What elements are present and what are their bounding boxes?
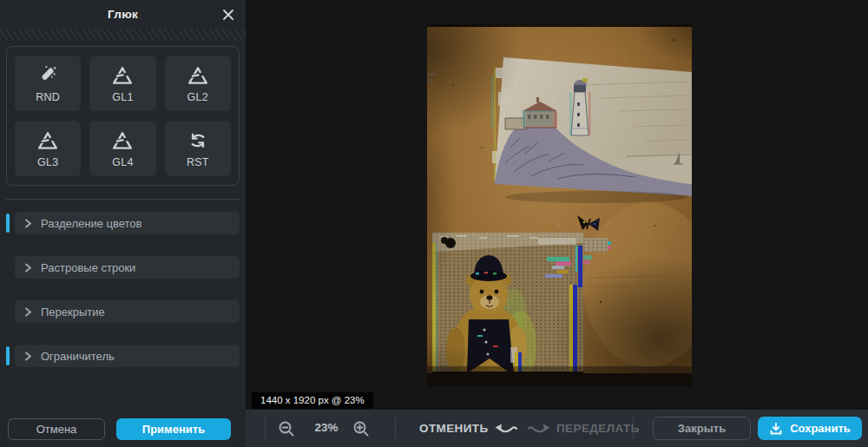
section-label: Ограничитель — [41, 350, 115, 363]
section-row-overlay[interactable]: Перекрытие — [15, 300, 240, 323]
image-status-readout: 1440 x 1920 px @ 23% — [252, 392, 373, 409]
redo-label: ПЕРЕДЕЛАТЬ — [556, 422, 640, 435]
magic-wand-icon — [36, 64, 59, 87]
glitch-triangle-icon — [111, 129, 134, 152]
section-overlay: Перекрытие — [6, 300, 240, 323]
glitch-editor-app: Глюк RND — [0, 0, 868, 447]
section-label: Перекрытие — [41, 306, 105, 319]
redo-arrow-icon — [528, 421, 550, 435]
close-icon — [222, 9, 234, 21]
section-label: Разделение цветов — [41, 217, 141, 230]
toolbar-divider — [633, 417, 634, 439]
glitched-photo-artwork — [427, 24, 692, 386]
preset-label: GL3 — [37, 156, 59, 168]
preset-label: GL2 — [187, 91, 209, 103]
settings-sections: Разделение цветов Растровые строки — [6, 199, 240, 367]
preset-label: GL4 — [112, 156, 134, 168]
zoom-out-button[interactable] — [277, 419, 296, 438]
reset-cycle-icon — [187, 129, 209, 152]
bottom-toolbar: 23% ОТМЕНИТЬ ПЕРЕДЕЛАТЬ Закрыть — [246, 410, 868, 447]
toolbar-divider — [265, 417, 266, 439]
zoom-out-icon — [278, 420, 295, 437]
apply-button[interactable]: Применить — [116, 418, 231, 440]
chevron-right-icon — [23, 219, 33, 228]
section-row-limiter[interactable]: Ограничитель — [15, 345, 240, 367]
glitch-panel: Глюк RND — [0, 0, 246, 447]
preset-gl4-button[interactable]: GL4 — [89, 121, 155, 176]
preset-gl1-button[interactable]: GL1 — [89, 56, 155, 111]
glitch-triangle-icon — [187, 64, 209, 87]
panel-header: Глюк — [0, 0, 246, 29]
preset-rnd-button[interactable]: RND — [15, 56, 81, 111]
preset-gl2-button[interactable]: GL2 — [165, 56, 231, 111]
zoom-in-button[interactable] — [352, 419, 371, 438]
cancel-button[interactable]: Отмена — [8, 418, 105, 440]
zoom-level-value[interactable]: 23% — [306, 421, 346, 434]
undo-button[interactable]: ОТМЕНИТЬ — [419, 421, 517, 435]
section-limiter: Ограничитель — [6, 345, 240, 367]
undo-arrow-icon — [495, 421, 517, 435]
chevron-right-icon — [23, 352, 33, 361]
zoom-in-icon — [352, 420, 370, 437]
glitch-triangle-icon — [36, 129, 59, 152]
save-label: Сохранить — [790, 422, 851, 435]
section-row-raster-rows[interactable]: Растровые строки — [15, 256, 240, 279]
close-panel-button[interactable] — [220, 7, 236, 23]
glitch-triangle-icon — [111, 64, 134, 87]
download-icon — [769, 422, 783, 436]
hatch-divider — [0, 29, 246, 40]
active-indicator — [6, 214, 10, 233]
preset-rst-button[interactable]: RST — [165, 121, 231, 176]
panel-title: Глюк — [108, 8, 138, 21]
active-indicator — [6, 346, 10, 365]
preset-button-group: RND GL1 GL2 — [6, 46, 240, 186]
section-raster-rows: Растровые строки — [6, 256, 240, 279]
toolbar-divider — [395, 417, 396, 439]
section-label: Растровые строки — [41, 261, 135, 274]
chevron-right-icon — [23, 263, 33, 273]
chevron-right-icon — [23, 307, 33, 317]
preset-label: RND — [36, 91, 60, 103]
panel-body: RND GL1 GL2 — [0, 40, 246, 410]
undo-label: ОТМЕНИТЬ — [419, 422, 489, 435]
section-row-color-split[interactable]: Разделение цветов — [15, 212, 240, 234]
preset-gl3-button[interactable]: GL3 — [15, 121, 81, 176]
preset-label: RST — [187, 156, 209, 168]
section-color-split: Разделение цветов — [6, 212, 240, 234]
panel-footer: Отмена Применить — [0, 410, 246, 447]
close-editor-button[interactable]: Закрыть — [653, 417, 751, 440]
preset-label: GL1 — [112, 91, 134, 103]
canvas-area: 1440 x 1920 px @ 23% — [246, 0, 868, 410]
redo-button[interactable]: ПЕРЕДЕЛАТЬ — [528, 421, 640, 435]
save-button[interactable]: Сохранить — [758, 417, 862, 440]
